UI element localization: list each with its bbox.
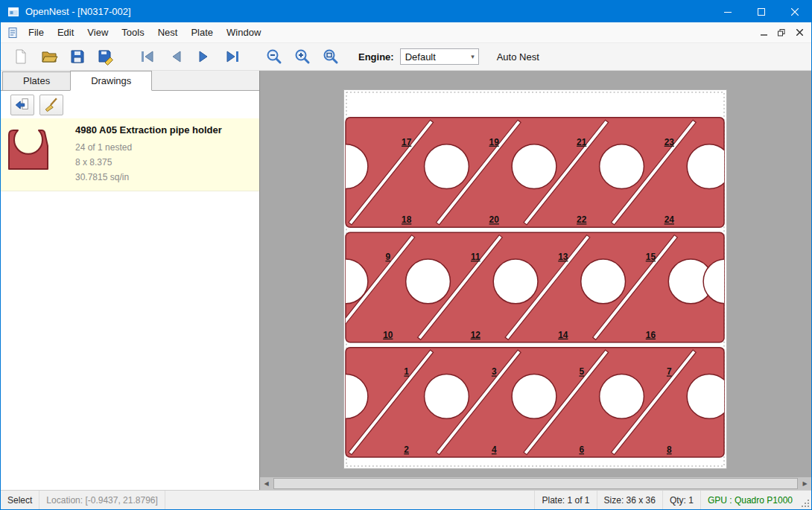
part-number-label: 7 xyxy=(667,366,672,377)
part-number-label: 2 xyxy=(404,444,409,455)
import-drawing-button[interactable] xyxy=(10,95,34,115)
part-number-label: 24 xyxy=(664,214,675,225)
tab-plates[interactable]: Plates xyxy=(2,71,71,90)
zoom-fit-icon xyxy=(322,48,340,66)
zoom-in-button[interactable] xyxy=(291,45,314,68)
drawing-list-empty-area[interactable] xyxy=(1,191,259,490)
main-area: Plates Drawings 4980 A05 Extractio xyxy=(1,71,811,490)
mdi-minimize-icon[interactable] xyxy=(758,27,770,39)
zoom-fit-button[interactable] xyxy=(320,45,342,68)
go-next-button[interactable] xyxy=(193,45,215,68)
save-edit-icon xyxy=(97,48,115,66)
go-last-icon xyxy=(223,48,241,66)
part-number-label: 23 xyxy=(664,137,675,147)
title-bar: OpenNest - [N0317-002] xyxy=(1,1,811,22)
scroll-right-icon[interactable]: ▶ xyxy=(799,477,811,490)
part-number-label: 4 xyxy=(492,444,497,455)
go-last-button[interactable] xyxy=(221,45,244,68)
part-number-label: 10 xyxy=(383,330,393,340)
part-number-label: 3 xyxy=(492,366,497,377)
broom-icon xyxy=(43,97,60,113)
part-number-label: 17 xyxy=(402,137,412,147)
part-number-label: 6 xyxy=(579,444,584,455)
part-number-label: 13 xyxy=(558,252,568,262)
part-number-label: 11 xyxy=(471,252,480,262)
clean-button[interactable] xyxy=(39,95,63,115)
go-next-icon xyxy=(195,48,213,66)
scroll-left-icon[interactable]: ◀ xyxy=(260,477,273,490)
menu-file[interactable]: File xyxy=(22,23,51,42)
minimize-button[interactable] xyxy=(711,1,744,22)
mdi-close-icon[interactable] xyxy=(793,27,805,39)
scrollbar-thumb[interactable] xyxy=(273,478,798,489)
menu-tools[interactable]: Tools xyxy=(115,23,150,42)
go-previous-button[interactable] xyxy=(165,45,187,68)
engine-value: Default xyxy=(405,51,436,63)
part-number-label: 8 xyxy=(667,444,672,455)
window-title: OpenNest - [N0317-002] xyxy=(25,6,711,17)
part-number-label: 18 xyxy=(402,214,412,225)
status-mode: Select xyxy=(1,491,39,509)
drawing-size: 8 x 8.375 xyxy=(75,153,222,168)
open-folder-icon xyxy=(40,48,58,66)
status-location: Location: [-0.9437, 21.8796] xyxy=(39,491,165,509)
drawing-list-item[interactable]: 4980 A05 Extraction pipe holder 24 of 1 … xyxy=(1,118,259,191)
part-number-label: 14 xyxy=(558,330,568,340)
part-number-label: 20 xyxy=(489,214,500,225)
sidebar-tabs: Plates Drawings xyxy=(1,71,259,91)
mdi-restore-icon[interactable] xyxy=(775,27,787,39)
save-button[interactable] xyxy=(66,45,89,68)
drawing-nested-count: 24 of 1 nested xyxy=(75,138,222,153)
app-icon xyxy=(7,6,19,18)
menu-window[interactable]: Window xyxy=(220,23,267,42)
document-icon[interactable] xyxy=(7,27,19,39)
resize-grip[interactable] xyxy=(799,491,811,509)
menu-view[interactable]: View xyxy=(80,23,115,42)
part-number-label: 16 xyxy=(646,330,656,340)
status-size: Size: 36 x 36 xyxy=(597,491,662,509)
import-arrow-icon xyxy=(14,97,31,113)
zoom-out-icon xyxy=(265,48,283,66)
part-number-label: 15 xyxy=(646,252,656,262)
open-button[interactable] xyxy=(38,45,60,68)
status-gpu: GPU : Quadro P1000 xyxy=(700,491,799,509)
maximize-button[interactable] xyxy=(744,1,778,22)
menu-bar: File Edit View Tools Nest Plate Window xyxy=(1,22,811,42)
part-number-label: 21 xyxy=(577,137,587,147)
menu-plate[interactable]: Plate xyxy=(184,23,220,42)
tab-drawings[interactable]: Drawings xyxy=(70,71,152,91)
new-button[interactable] xyxy=(10,45,32,68)
part-number-label: 19 xyxy=(489,137,500,147)
plate[interactable]: 171921231820222491113151012141613572468 xyxy=(343,89,727,469)
menu-edit[interactable]: Edit xyxy=(51,23,80,42)
part-number-label: 12 xyxy=(471,330,481,340)
zoom-out-button[interactable] xyxy=(263,45,285,68)
chevron-down-icon: ▾ xyxy=(471,53,478,60)
drawing-area: 30.7815 sq/in xyxy=(75,168,222,183)
go-first-icon xyxy=(139,48,156,66)
status-bar: Select Location: [-0.9437, 21.8796] Plat… xyxy=(1,490,811,509)
horizontal-scrollbar: ◀ ▶ xyxy=(260,477,811,490)
sidebar: Plates Drawings 4980 A05 Extractio xyxy=(1,71,260,490)
engine-dropdown[interactable]: Default ▾ xyxy=(400,48,479,65)
part-number-label: 5 xyxy=(579,366,584,377)
zoom-in-icon xyxy=(294,48,311,66)
status-qty: Qty: 1 xyxy=(662,491,700,509)
save-edit-button[interactable] xyxy=(95,45,117,68)
go-first-button[interactable] xyxy=(136,45,159,68)
save-icon xyxy=(69,48,86,66)
engine-label: Engine: xyxy=(358,51,394,63)
auto-nest-button[interactable]: Auto Nest xyxy=(492,48,544,66)
part-number-label: 9 xyxy=(385,252,390,262)
drawings-toolbar xyxy=(1,91,259,118)
part-thumbnail xyxy=(7,124,75,183)
part-shape-icon xyxy=(7,126,50,172)
go-previous-icon xyxy=(167,48,185,66)
nest-canvas[interactable]: 171921231820222491113151012141613572468 … xyxy=(260,71,811,490)
nest-plate-drawing[interactable]: 171921231820222491113151012141613572468 xyxy=(344,90,726,468)
main-toolbar: Engine: Default ▾ Auto Nest xyxy=(1,42,811,71)
menu-nest[interactable]: Nest xyxy=(151,23,185,42)
part-number-label: 22 xyxy=(577,214,587,225)
close-button[interactable] xyxy=(778,1,811,22)
drawing-title: 4980 A05 Extraction pipe holder xyxy=(75,124,222,136)
